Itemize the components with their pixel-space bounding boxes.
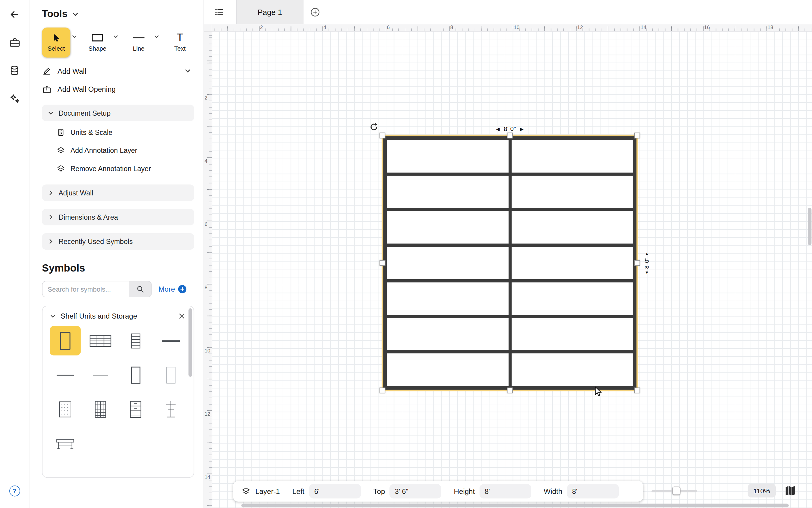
symbol-thumb-dotted-rect[interactable]	[50, 394, 81, 424]
zoom-level-chip[interactable]: 110%	[748, 484, 776, 498]
tool-select-dropdown[interactable]	[70, 28, 78, 40]
rotate-icon	[369, 122, 379, 132]
add-wall-opening-row[interactable]: Add Wall Opening	[42, 80, 194, 98]
tool-line-dropdown[interactable]	[153, 28, 161, 40]
ruler-h-label: 14	[641, 24, 647, 30]
field-height-input[interactable]	[480, 484, 531, 498]
ruler-v-label: 2	[204, 95, 207, 100]
chevron-down-icon	[48, 110, 54, 116]
layer-chip[interactable]: Layer-1	[241, 487, 280, 496]
map-icon	[784, 484, 797, 497]
tool-shape-button[interactable]: Shape	[83, 28, 112, 57]
selection-handle-ne[interactable]	[634, 133, 640, 138]
tool-shape-dropdown[interactable]	[112, 28, 120, 40]
field-top: Top	[373, 484, 441, 498]
tool-buttons-row: Select Shape Line T	[42, 28, 194, 57]
vertical-scrollbar-thumb[interactable]	[808, 208, 811, 245]
ruler-v-label: 4	[204, 158, 207, 164]
add-wall-row[interactable]: Add Wall	[42, 62, 194, 80]
zoom-slider[interactable]	[652, 490, 697, 493]
map-overview-button[interactable]	[782, 482, 799, 499]
field-width-input[interactable]	[567, 484, 619, 498]
symbol-thumb-thick-line[interactable]	[155, 326, 187, 356]
section-recently-used[interactable]: Recently Used Symbols	[42, 233, 194, 250]
symbol-thumb-tall-rect-light[interactable]	[155, 360, 187, 390]
symbol-thumb-work-bench[interactable]	[50, 429, 81, 458]
toolbox-button[interactable]	[7, 35, 21, 50]
horizontal-scrollbar	[241, 504, 806, 507]
section-document-setup[interactable]: Document Setup	[42, 104, 194, 121]
tab-page-1[interactable]: Page 1	[236, 0, 303, 24]
database-button[interactable]	[7, 63, 21, 78]
selected-shelf-object[interactable]: ◀ 8' 0" ▶ ▲ 8' 0" ▼	[383, 136, 636, 390]
tool-text-button[interactable]: T Text	[165, 28, 194, 57]
zoom-slider-thumb[interactable]	[672, 487, 680, 495]
remove-annotation-layer-item[interactable]: Remove Annotation Layer	[42, 160, 194, 178]
horizontal-scrollbar-thumb[interactable]	[241, 504, 789, 507]
ruler-h-label: 18	[767, 24, 773, 30]
selection-handle-nw[interactable]	[380, 133, 385, 138]
add-page-button[interactable]	[303, 0, 326, 24]
rotate-handle[interactable]	[369, 122, 379, 132]
symbol-thumb-tall-rect[interactable]	[120, 360, 151, 390]
shelf-cell	[387, 211, 508, 243]
arrow-up-icon: ▲	[645, 251, 649, 256]
field-left-input[interactable]	[309, 484, 361, 498]
document-setup-items: Units & Scale Add Annotation Layer Remov…	[42, 124, 194, 178]
chevron-down-icon	[154, 34, 160, 39]
document-setup-label: Document Setup	[58, 109, 110, 117]
symbol-thumb-drawer-unit[interactable]	[120, 394, 151, 424]
chevron-down-icon	[71, 34, 77, 39]
selection-handle-n[interactable]	[507, 133, 513, 138]
ruler-h-label: 4	[324, 24, 327, 30]
help-button[interactable]: ?	[9, 485, 20, 496]
symbol-group-header[interactable]: Shelf Units and Storage	[50, 311, 186, 321]
tab-label: Page 1	[257, 7, 282, 16]
section-adjust-wall[interactable]: Adjust Wall	[42, 184, 194, 201]
units-scale-item[interactable]: Units & Scale	[42, 124, 194, 142]
ruler-h-label: 10	[514, 24, 519, 30]
shelf-cell	[511, 318, 633, 350]
shelf-cell	[511, 176, 633, 208]
symbol-thumb-small-shelf-stack[interactable]	[120, 326, 151, 356]
add-wall-label: Add Wall	[57, 67, 86, 75]
add-wall-dropdown[interactable]	[185, 68, 191, 74]
tool-line-button[interactable]: Line	[125, 28, 153, 57]
sparkles-button[interactable]	[7, 91, 21, 105]
add-annotation-layer-item[interactable]: Add Annotation Layer	[42, 141, 194, 160]
shape-rect-icon	[91, 33, 104, 42]
pages-list-button[interactable]	[208, 0, 230, 24]
selection-handle-s[interactable]	[507, 387, 513, 393]
symbol-thumb-medium-line[interactable]	[50, 360, 81, 390]
symbols-scrollbar-thumb[interactable]	[188, 308, 192, 377]
mouse-cursor	[593, 385, 605, 397]
tools-header[interactable]: Tools	[42, 8, 194, 20]
symbol-thumb-mesh-shelf[interactable]	[85, 394, 116, 424]
field-top-label: Top	[373, 487, 385, 496]
more-button[interactable]: More	[158, 285, 186, 293]
layers-add-icon	[56, 146, 65, 155]
section-dimensions-area[interactable]: Dimensions & Area	[42, 209, 194, 225]
symbol-search-input[interactable]	[42, 281, 129, 297]
ruler-h-label: 12	[577, 24, 583, 30]
tool-select-button[interactable]: Select	[42, 28, 70, 57]
shelf-cell	[511, 354, 633, 386]
selection-handle-se[interactable]	[634, 387, 640, 393]
symbol-thumb-coat-rack[interactable]	[155, 394, 187, 424]
drawing-canvas[interactable]: ◀ 8' 0" ▶ ▲ 8' 0" ▼	[212, 32, 812, 508]
selection-handle-sw[interactable]	[380, 387, 385, 393]
symbol-thumb-thin-line[interactable]	[85, 360, 116, 390]
close-group-button[interactable]	[177, 311, 186, 321]
tools-panel: Tools Select Shape Line	[30, 0, 204, 508]
selection-handle-w[interactable]	[380, 260, 385, 265]
symbol-thumb-wide-shelf-grid[interactable]	[85, 326, 116, 356]
chevron-down-icon	[50, 313, 56, 319]
back-button[interactable]	[7, 7, 21, 22]
search-button[interactable]	[129, 281, 152, 297]
shelf-grid	[383, 136, 636, 390]
chevron-down-icon	[113, 34, 118, 39]
field-left: Left	[292, 484, 361, 498]
selection-handle-e[interactable]	[634, 260, 640, 265]
symbol-thumb-tall-shelf[interactable]	[50, 326, 81, 356]
field-top-input[interactable]	[390, 484, 441, 498]
